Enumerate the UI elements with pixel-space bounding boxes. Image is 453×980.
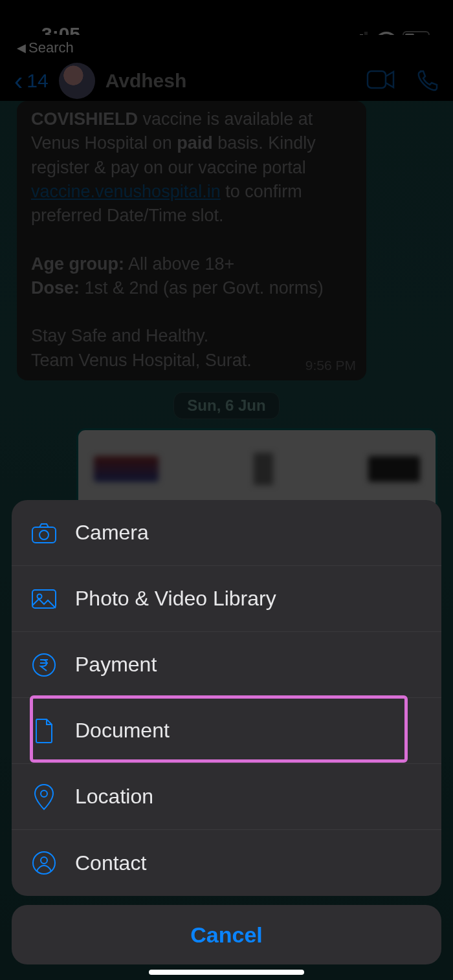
svg-rect-8 bbox=[32, 527, 56, 543]
rupee-icon bbox=[27, 653, 61, 677]
document-icon bbox=[27, 718, 61, 744]
sheet-item-camera[interactable]: Camera bbox=[12, 500, 441, 566]
svg-point-9 bbox=[39, 530, 49, 539]
sheet-item-label: Contact bbox=[75, 851, 146, 875]
sheet-item-photo-video-library[interactable]: Photo & Video Library bbox=[12, 566, 441, 632]
sheet-item-label: Photo & Video Library bbox=[75, 587, 276, 611]
sheet-item-label: Camera bbox=[75, 521, 149, 545]
svg-point-12 bbox=[33, 654, 55, 676]
svg-point-15 bbox=[41, 857, 47, 864]
svg-point-13 bbox=[41, 790, 47, 797]
location-icon bbox=[27, 783, 61, 811]
photo-icon bbox=[27, 589, 61, 609]
sheet-item-payment[interactable]: Payment bbox=[12, 632, 441, 698]
svg-point-11 bbox=[38, 594, 42, 598]
sheet-item-document[interactable]: Document bbox=[12, 698, 441, 764]
home-indicator[interactable] bbox=[149, 970, 304, 975]
sheet-item-location[interactable]: Location bbox=[12, 764, 441, 830]
sheet-item-label: Document bbox=[75, 719, 170, 743]
attachment-sheet: CameraPhoto & Video LibraryPaymentDocume… bbox=[12, 500, 441, 964]
cancel-button[interactable]: Cancel bbox=[12, 905, 441, 964]
contact-icon bbox=[27, 851, 61, 875]
sheet-item-label: Location bbox=[75, 785, 153, 809]
camera-icon bbox=[27, 522, 61, 544]
sheet-item-label: Payment bbox=[75, 653, 157, 677]
sheet-item-contact[interactable]: Contact bbox=[12, 830, 441, 896]
